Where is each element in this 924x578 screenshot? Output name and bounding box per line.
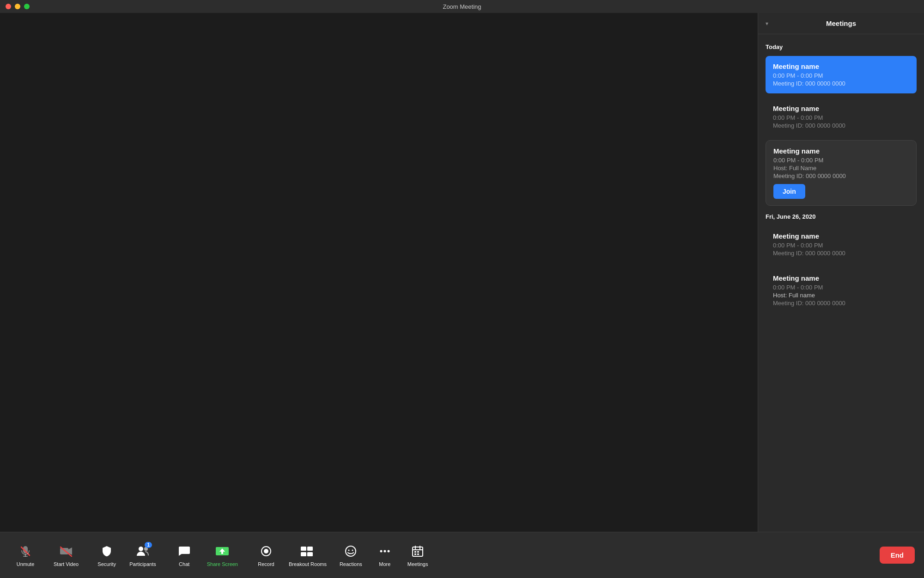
mic-off-icon	[18, 544, 33, 559]
meeting-card-3[interactable]: Meeting name 0:00 PM - 0:00 PM Host: Ful…	[766, 140, 917, 206]
svg-point-16	[346, 546, 356, 556]
share-screen-group: Share Screen	[201, 540, 250, 571]
record-button[interactable]: Record	[250, 540, 282, 571]
meeting-id-4: Meeting ID: 000 0000 0000	[773, 250, 909, 257]
start-video-label: Start Video	[54, 561, 79, 567]
sidebar-title: Meetings	[826, 19, 856, 27]
section-date-fri: Fri, June 26, 2020	[766, 213, 917, 220]
participants-icon: 1	[135, 544, 150, 559]
svg-point-19	[380, 550, 382, 552]
meeting-id-3: Meeting ID: 000 0000 0000	[773, 172, 909, 179]
meeting-time-4: 0:00 PM - 0:00 PM	[773, 242, 909, 249]
svg-point-18	[352, 549, 353, 551]
svg-rect-14	[301, 552, 306, 556]
svg-point-11	[264, 549, 268, 553]
join-button[interactable]: Join	[773, 184, 805, 199]
meeting-name-2: Meeting name	[773, 105, 909, 112]
maximize-button[interactable]	[24, 4, 30, 9]
breakout-icon	[300, 544, 315, 559]
minimize-button[interactable]	[15, 4, 20, 9]
meeting-card-4[interactable]: Meeting name 0:00 PM - 0:00 PM Meeting I…	[766, 226, 917, 263]
share-screen-label: Share Screen	[207, 561, 238, 567]
sidebar-header: ▾ Meetings	[758, 13, 924, 34]
svg-point-20	[383, 550, 386, 552]
meeting-host-3: Host: Full Name	[773, 165, 909, 172]
share-screen-arrow[interactable]	[244, 548, 250, 556]
title-bar: Zoom Meeting	[0, 0, 924, 13]
meeting-id-1: Meeting ID: 000 0000 0000	[773, 80, 909, 87]
participants-arrow[interactable]	[163, 548, 168, 556]
meeting-time-2: 0:00 PM - 0:00 PM	[773, 114, 909, 121]
participants-label: Participants	[129, 561, 156, 567]
video-off-icon	[59, 544, 73, 559]
unmute-label: Unmute	[17, 561, 35, 567]
start-video-group: Start Video	[47, 540, 91, 571]
video-area	[0, 13, 758, 532]
record-icon	[259, 544, 274, 559]
meeting-time-1: 0:00 PM - 0:00 PM	[773, 72, 909, 79]
sidebar-content: Today Meeting name 0:00 PM - 0:00 PM Mee…	[758, 34, 924, 325]
meeting-id-2: Meeting ID: 000 0000 0000	[773, 122, 909, 129]
svg-point-17	[348, 549, 350, 551]
svg-rect-15	[307, 552, 313, 556]
section-date-today: Today	[766, 43, 917, 50]
breakout-rooms-button[interactable]: Breakout Rooms	[282, 540, 333, 571]
meeting-name-1: Meeting name	[773, 62, 909, 70]
meeting-card-active[interactable]: Meeting name 0:00 PM - 0:00 PM Meeting I…	[766, 56, 917, 93]
meeting-host-5: Host: Full name	[773, 292, 909, 299]
share-screen-button[interactable]: Share Screen	[201, 540, 244, 571]
window-title: Zoom Meeting	[443, 3, 481, 10]
meeting-card-2[interactable]: Meeting name 0:00 PM - 0:00 PM Meeting I…	[766, 98, 917, 135]
svg-rect-26	[414, 551, 416, 553]
meeting-time-5: 0:00 PM - 0:00 PM	[773, 284, 909, 291]
close-button[interactable]	[6, 4, 11, 9]
start-video-button[interactable]: Start Video	[47, 540, 85, 571]
breakout-rooms-label: Breakout Rooms	[289, 561, 327, 567]
chat-label: Chat	[179, 561, 189, 567]
svg-rect-29	[417, 553, 419, 555]
svg-rect-28	[414, 553, 416, 555]
svg-rect-27	[417, 551, 419, 553]
meeting-name-3: Meeting name	[773, 147, 909, 155]
chat-button[interactable]: Chat	[168, 540, 201, 571]
unmute-button[interactable]: Unmute	[9, 540, 42, 571]
unmute-arrow[interactable]	[42, 548, 47, 556]
participants-button[interactable]: 1 Participants	[123, 540, 162, 571]
svg-rect-12	[301, 547, 306, 551]
reactions-button[interactable]: Reactions	[333, 540, 369, 571]
meeting-time-3: 0:00 PM - 0:00 PM	[773, 157, 909, 164]
meetings-icon	[410, 544, 425, 559]
svg-point-6	[139, 547, 143, 551]
meetings-label: Meetings	[407, 561, 428, 567]
security-button[interactable]: Security	[91, 540, 123, 571]
svg-rect-4	[60, 548, 68, 554]
more-icon	[377, 544, 392, 559]
meeting-name-5: Meeting name	[773, 274, 909, 282]
meeting-id-5: Meeting ID: 000 0000 0000	[773, 300, 909, 307]
svg-rect-13	[307, 547, 313, 551]
end-button[interactable]: End	[880, 547, 915, 564]
toolbar: Unmute Start Video	[0, 532, 924, 578]
record-label: Record	[258, 561, 274, 567]
meetings-sidebar: ▾ Meetings Today Meeting name 0:00 PM - …	[758, 13, 924, 532]
unmute-group: Unmute	[9, 540, 47, 571]
reactions-label: Reactions	[340, 561, 362, 567]
more-label: More	[379, 561, 390, 567]
share-screen-icon	[215, 544, 230, 559]
participants-group: 1 Participants	[123, 540, 168, 571]
reactions-icon	[343, 544, 358, 559]
video-arrow[interactable]	[85, 548, 91, 556]
svg-point-21	[387, 550, 389, 552]
shield-icon	[99, 544, 114, 559]
more-button[interactable]: More	[369, 540, 401, 571]
meeting-card-5[interactable]: Meeting name 0:00 PM - 0:00 PM Host: Ful…	[766, 268, 917, 313]
meetings-button[interactable]: Meetings	[401, 540, 435, 571]
sidebar-collapse-icon[interactable]: ▾	[766, 20, 768, 27]
security-label: Security	[97, 561, 116, 567]
meeting-name-4: Meeting name	[773, 232, 909, 240]
chat-icon	[177, 544, 192, 559]
traffic-lights	[6, 4, 30, 9]
